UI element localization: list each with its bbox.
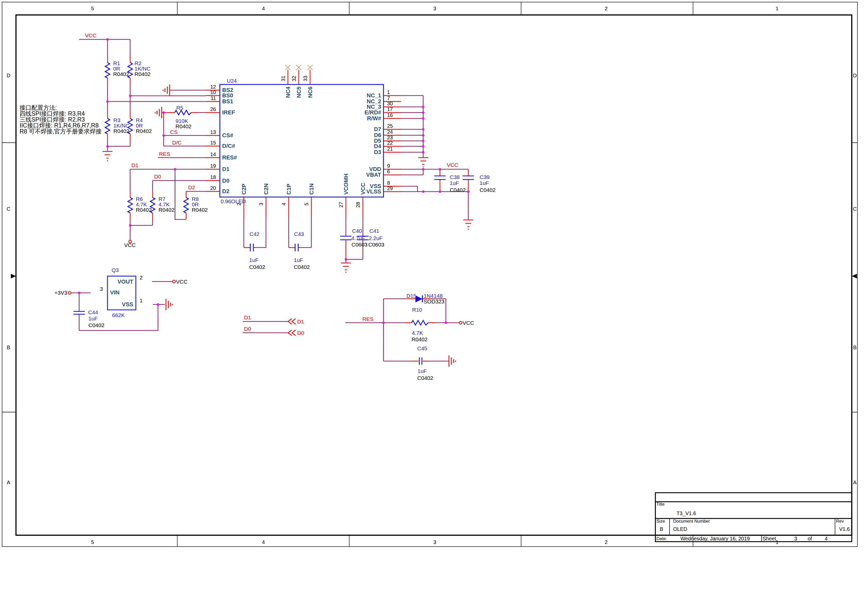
pin-name-dc: D/C#	[222, 143, 235, 149]
c41-value: 2.2uF	[369, 235, 383, 241]
sheet-of-label: of	[808, 536, 812, 542]
pin-name-d1: D1	[222, 166, 229, 172]
q3-pin-vss: VSS	[122, 301, 133, 308]
netlabel-dc: D/C	[172, 139, 181, 146]
pin-name-vcc-pin: VCC	[360, 183, 366, 195]
c38-refdes: C38	[450, 174, 460, 180]
q3-num-1: 1	[140, 298, 143, 303]
zone-right-c: C	[853, 206, 857, 212]
pin-num-10: 10	[210, 89, 216, 95]
q3-num-3: 3	[100, 286, 103, 292]
pin-num-4: 4	[281, 203, 287, 206]
pin-num-7: 7	[387, 95, 390, 101]
r3-symbol	[105, 118, 110, 134]
pin-name-erd: E/RD#	[364, 109, 381, 116]
pin-num-31: 31	[281, 76, 286, 81]
vcc-port-q3-icon	[173, 280, 175, 283]
interface-notes: 接口配置方法: 四线SPI接口焊接: R3,R4 三线SPI接口焊接: R2,R…	[20, 104, 102, 135]
zone-top-5: 5	[91, 6, 94, 11]
pin-num-2: 2	[236, 203, 242, 206]
pin-num-8: 8	[387, 180, 390, 186]
q3-value: 662K	[112, 312, 125, 318]
c44-footprint: C0402	[88, 322, 104, 328]
r1-refdes: R1	[113, 60, 120, 66]
gnd-c39-rail	[463, 220, 473, 229]
c41-refdes: C41	[369, 228, 379, 234]
pin-num-3: 3	[258, 203, 264, 206]
zone-bottom-4: 4	[262, 539, 265, 545]
pin-name-bs1: BS1	[222, 98, 233, 105]
r3-value: 1K/NC	[113, 122, 129, 128]
r8-value: 0R	[192, 201, 199, 207]
c45-symbol	[419, 358, 422, 365]
diode-triangle	[415, 296, 422, 302]
title-value: T3_V1.6	[676, 511, 696, 516]
title-block: Title T3_V1.6 Size B Document Number OLE…	[656, 493, 852, 542]
r8-symbol	[184, 198, 188, 213]
note-line-5: R8 可不焊接,官方手册要求焊接	[20, 128, 102, 135]
c42-refdes: C42	[250, 231, 259, 237]
pin-name-d7: D7	[374, 126, 381, 132]
no-connect-marks	[285, 65, 313, 70]
pin-name-c2n: C2N	[263, 183, 269, 195]
r10-symbol	[412, 320, 428, 325]
pin-num-17: 17	[387, 106, 393, 112]
pin-num-24: 24	[387, 129, 393, 135]
pin-name-vbat: VBAT	[366, 172, 381, 178]
gnd-r5-sideways	[155, 107, 161, 118]
zone-top-1: 1	[775, 6, 778, 11]
r7-refdes: R7	[158, 196, 166, 202]
d15-refdes: D15	[406, 293, 417, 299]
pin-name-c1p: C1P	[285, 184, 292, 195]
p3v3-port-icon	[68, 291, 71, 294]
sheet-total: 4	[825, 536, 828, 542]
gnd-c40	[341, 263, 351, 272]
r2-refdes: R2	[135, 60, 141, 66]
u24-right-pin-numbers: 1 7 30 17 16 25 24 23 22 21 9 6 8 29	[387, 89, 393, 191]
r5-symbol	[175, 110, 191, 115]
r6-footprint: R0402	[136, 207, 152, 213]
zone-top-2: 2	[604, 6, 608, 11]
pin-num-26: 26	[210, 106, 216, 112]
pin-num-1: 1	[387, 89, 390, 95]
c39-refdes: C39	[480, 174, 490, 180]
r6-refdes: R6	[136, 196, 143, 202]
c39-symbol	[463, 176, 474, 180]
c40-symbol	[340, 236, 352, 240]
portlabel-vcc-r6r7: VCC	[124, 242, 136, 248]
pin-name-nc4: NC4	[285, 86, 291, 98]
r10-refdes: R10	[412, 307, 422, 313]
pin-name-d4: D4	[374, 143, 381, 149]
q3-num-2: 2	[140, 275, 143, 280]
d15-value: 1N4148	[424, 293, 443, 299]
date-label: Date:	[656, 536, 667, 541]
size-label: Size	[656, 519, 665, 524]
netlabel-d0: D0	[154, 173, 161, 180]
netlabel-cs: CS	[170, 129, 178, 135]
q3-regulator: Q3 662K VOUT VIN VSS 2 3 1	[100, 267, 143, 318]
q3-pin-vout: VOUT	[118, 279, 133, 285]
c41-footprint: C0603	[368, 241, 384, 248]
pin-name-nc5: NC5	[296, 87, 302, 98]
r8-footprint: R0402	[192, 207, 208, 213]
pin-num-27: 27	[338, 202, 344, 207]
pin-num-15: 15	[210, 140, 216, 146]
junction-dots	[78, 38, 469, 324]
u24-bottom-pins: 2 3 4 5 27 28 C2P C2N C1P C1N VCOMH VCC	[236, 173, 366, 207]
offpage-chevron-d0-icon	[288, 330, 296, 336]
r2-value: 1K/NC	[135, 66, 150, 71]
u24-refdes: U24	[227, 78, 237, 84]
pin-num-28: 28	[355, 202, 361, 207]
offpage-d1-netlabel: D1	[244, 314, 251, 320]
offpage-connectors: D1 D1 D0 D0	[243, 314, 304, 336]
offpage-d1-label: D1	[297, 319, 304, 325]
pin-num-12: 12	[210, 84, 216, 90]
c38-symbol	[434, 176, 446, 180]
pin-num-9: 9	[387, 163, 390, 169]
r5-value: 910K	[175, 118, 188, 124]
pin-num-30: 30	[387, 101, 393, 106]
gnd-c45-sideways	[449, 355, 456, 367]
c44-value: 1uF	[88, 316, 98, 322]
r5-footprint: R0402	[175, 123, 192, 129]
zone-top-4: 4	[262, 6, 265, 11]
